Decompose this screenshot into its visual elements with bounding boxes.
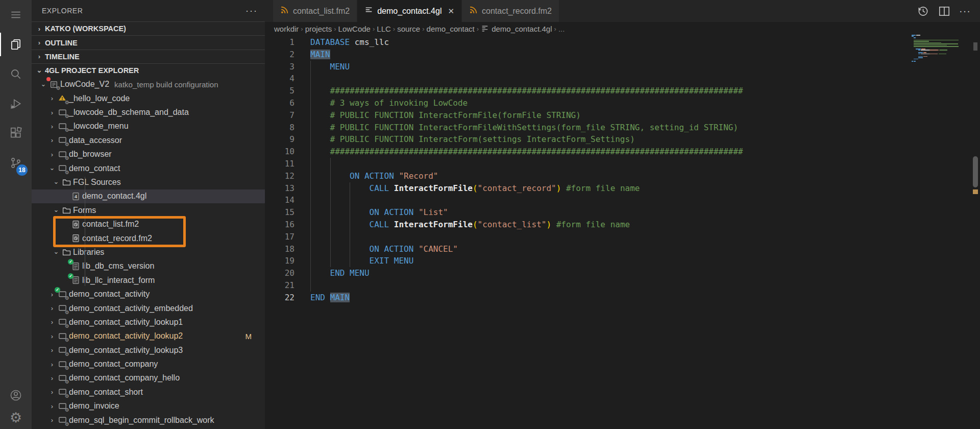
tree-item-demo-contact-short[interactable]: ›⚙demo_contact_short	[32, 385, 265, 399]
chevron-right-icon[interactable]: ›	[47, 318, 57, 326]
line-number[interactable]: 7	[265, 109, 295, 122]
line-number[interactable]: 18	[265, 243, 295, 255]
chevron-right-icon[interactable]: ›	[47, 361, 57, 368]
line-number[interactable]: 1	[265, 36, 295, 49]
tree-item-db-browser[interactable]: ›⚙db_browser	[32, 148, 265, 161]
code-line-15[interactable]: 15 ON ACTION "List"	[265, 206, 980, 219]
code-line-2[interactable]: 2MAIN	[265, 49, 980, 61]
line-number[interactable]: 2	[265, 49, 295, 61]
tree-item-libraries[interactable]: ⌄Libraries	[32, 245, 265, 259]
line-number[interactable]: 12	[265, 170, 295, 182]
breadcrumb-item[interactable]: source	[397, 25, 420, 33]
code-line-21[interactable]: 21	[265, 279, 980, 292]
chevron-right-icon[interactable]: ›	[47, 416, 57, 424]
line-number[interactable]: 21	[265, 279, 295, 292]
activity-item-extensions[interactable]	[0, 118, 32, 148]
code-line-16[interactable]: 16 CALL InteractFormFile("contact_list")…	[265, 219, 980, 231]
line-number[interactable]: 6	[265, 97, 295, 109]
activity-item-menu[interactable]	[0, 0, 32, 30]
tree-item-demo-contact-activity-lookup2[interactable]: ›⚙demo_contact_activity_lookup2M	[32, 329, 265, 343]
split-editor-icon[interactable]	[938, 5, 951, 18]
minimap-scrollbar-thumb[interactable]	[973, 42, 977, 51]
activity-item-settings[interactable]: ⚙	[0, 407, 32, 429]
code-line-10[interactable]: 10 #####################################…	[265, 146, 980, 158]
line-number[interactable]: 3	[265, 61, 295, 73]
line-number[interactable]: 16	[265, 219, 295, 231]
tree-item-demo-contact[interactable]: ⌄⚙demo_contact	[32, 161, 265, 175]
section-4gl-project-explorer[interactable]: ⌄4GL PROJECT EXPLORER	[32, 63, 265, 77]
tree-item-contact-record-fm2[interactable]: contact_record.fm2	[32, 231, 265, 245]
line-number[interactable]: 11	[265, 158, 295, 170]
tree-item-demo-contact-activity-embedded[interactable]: ›⚙demo_contact_activity_embedded	[32, 301, 265, 315]
code-line-11[interactable]: 11	[265, 158, 980, 170]
chevron-right-icon[interactable]: ›	[47, 346, 57, 354]
breadcrumb-item[interactable]: demo_contact	[427, 25, 475, 33]
activity-item-explorer[interactable]	[0, 30, 32, 59]
chevron-down-icon[interactable]: ⌄	[52, 248, 61, 255]
line-number[interactable]: 10	[265, 146, 295, 158]
chevron-right-icon[interactable]: ›	[47, 109, 57, 116]
tree-item--lowcode-db-schema-and-data[interactable]: ›⚙_lowcode_db_schema_and_data	[32, 105, 265, 119]
chevron-right-icon[interactable]: ›	[47, 136, 57, 144]
tree-item-demo-contact-company[interactable]: ›⚙demo_contact_company	[32, 357, 265, 371]
line-number[interactable]: 19	[265, 255, 295, 267]
section-outline[interactable]: ›OUTLINE	[32, 35, 265, 49]
activity-item-run-debug[interactable]	[0, 89, 32, 118]
code-line-6[interactable]: 6 # 3 ways of invoking LowCode	[265, 97, 980, 109]
code-line-12[interactable]: 12 ON ACTION "Record"	[265, 170, 980, 182]
code-line-22[interactable]: 22END MAIN	[265, 292, 980, 304]
chevron-down-icon[interactable]: ⌄	[52, 206, 61, 213]
line-number[interactable]: 20	[265, 267, 295, 279]
chevron-right-icon[interactable]: ›	[47, 374, 57, 382]
code-line-13[interactable]: 13 CALL InteractFormFile("contact_record…	[265, 182, 980, 195]
sidebar-more-actions-icon[interactable]: ···	[246, 6, 258, 16]
close-icon[interactable]: ✕	[448, 7, 454, 16]
breadcrumb-ellipsis[interactable]: ...	[558, 25, 565, 33]
code-line-3[interactable]: 3 MENU	[265, 61, 980, 73]
chevron-down-icon[interactable]: ⌄	[39, 80, 48, 88]
tree-item-forms[interactable]: ⌄Forms	[32, 203, 265, 217]
line-number[interactable]: 14	[265, 194, 295, 206]
chevron-right-icon[interactable]: ›	[35, 39, 44, 46]
code-line-1[interactable]: 1DATABASE cms_llc	[265, 36, 980, 49]
tab-contact-record-fm2[interactable]: contact_record.fm2	[462, 0, 559, 22]
chevron-right-icon[interactable]: ›	[47, 304, 57, 312]
breadcrumb-item[interactable]: projects	[305, 25, 332, 33]
chevron-down-icon[interactable]: ⌄	[35, 66, 44, 74]
chevron-right-icon[interactable]: ›	[47, 388, 57, 396]
section-timeline[interactable]: ›TIMELINE	[32, 50, 265, 63]
code-line-5[interactable]: 5 ######################################…	[265, 85, 980, 97]
minimap[interactable]	[912, 35, 966, 64]
line-number[interactable]: 13	[265, 182, 295, 195]
line-number[interactable]: 8	[265, 122, 295, 134]
code-line-17[interactable]: 17	[265, 231, 980, 243]
tree-item--lowcode-menu[interactable]: ›⚙_lowcode_menu	[32, 120, 265, 133]
section-katko-workspace-[interactable]: ›KATKO (WORKSPACE)	[32, 21, 265, 35]
tree-item-lib-llc-interact-form[interactable]: ✓lib_llc_interact_form	[32, 273, 265, 287]
activity-item-search[interactable]	[0, 59, 32, 89]
tree-item--hello-low-code[interactable]: ›⚙_hello_low_code	[32, 91, 265, 105]
code-line-4[interactable]: 4	[265, 73, 980, 85]
tree-item-demo-contact-4gl[interactable]: 4demo_contact.4gl	[32, 189, 265, 203]
history-icon[interactable]	[916, 5, 929, 18]
tab-demo-contact-4gl[interactable]: demo_contact.4gl✕	[357, 0, 462, 22]
more-actions-icon[interactable]: ···	[959, 5, 971, 17]
tree-item-lowcode-v2[interactable]: ⌄⚙LowCode_V2katko_temp build configurati…	[32, 78, 265, 91]
code-editor[interactable]: 1DATABASE cms_llc2MAIN3 MENU45 #########…	[265, 36, 980, 429]
editor-scrollbar-thumb[interactable]	[973, 156, 978, 187]
line-number[interactable]: 15	[265, 206, 295, 219]
code-line-18[interactable]: 18 ON ACTION "CANCEL"	[265, 243, 980, 255]
code-line-14[interactable]: 14	[265, 194, 980, 206]
tree-item-lib-db-cms-version[interactable]: ✓lib_db_cms_version	[32, 259, 265, 273]
line-number[interactable]: 4	[265, 73, 295, 85]
activity-item-source-control[interactable]: 18	[0, 148, 32, 178]
line-number[interactable]: 17	[265, 231, 295, 243]
code-line-8[interactable]: 8 # PUBLIC FUNCTION InteractFormFileWith…	[265, 122, 980, 134]
line-number[interactable]: 22	[265, 292, 295, 304]
line-number[interactable]: 5	[265, 85, 295, 97]
chevron-right-icon[interactable]: ›	[47, 151, 57, 158]
tree-item-demo-contact-activity-lookup1[interactable]: ›⚙demo_contact_activity_lookup1	[32, 315, 265, 329]
chevron-right-icon[interactable]: ›	[35, 25, 44, 33]
chevron-right-icon[interactable]: ›	[47, 402, 57, 410]
tree-item-demo-contact-activity[interactable]: ›⚙✓demo_contact_activity	[32, 287, 265, 301]
